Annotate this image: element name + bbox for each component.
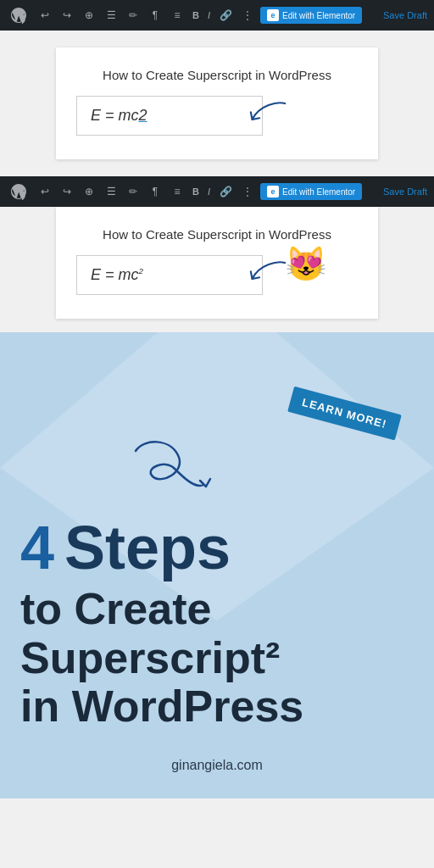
- heading-rest: to Create Superscript² in WordPress: [20, 585, 414, 731]
- paragraph-icon-2[interactable]: ¶: [146, 182, 164, 201]
- info-icon-2[interactable]: ⊕: [80, 182, 98, 201]
- save-draft-1[interactable]: Save Draft: [383, 10, 427, 20]
- elementor-logo-1: e: [267, 9, 279, 21]
- info-icon[interactable]: ⊕: [80, 6, 98, 25]
- heading-line-1: 4 Steps: [20, 517, 414, 578]
- wordpress-icon: [10, 7, 27, 24]
- bold-icon[interactable]: B: [190, 8, 202, 22]
- editor-card-2: How to Create Superscript in WordPress E…: [56, 207, 378, 319]
- redo-icon[interactable]: ↪: [58, 6, 76, 25]
- toolbar-icons-2: ↩ ↪ ⊕ ☰ ✏ ¶ ≡ B I 🔗 ⋮ e Edit with Elemen…: [36, 182, 378, 201]
- wp-logo-1[interactable]: [7, 3, 31, 27]
- hand-arrow-svg-1: [245, 97, 296, 131]
- heading-line-4: in WordPress: [20, 682, 414, 731]
- editor-area-1: How to Create Superscript in WordPress E…: [0, 31, 434, 159]
- swirl-svg: [119, 434, 220, 502]
- formula-box-2: E = mc2: [76, 255, 263, 295]
- swirl-arrow: [119, 434, 220, 505]
- editor-card-wrapper: How to Create Superscript in WordPress E…: [56, 207, 378, 319]
- arrow-annotation-1: [245, 97, 296, 135]
- align-icon[interactable]: ≡: [168, 6, 186, 25]
- promo-section: LEARN MORE! 4 Steps to Create Superscrip…: [0, 332, 434, 798]
- elementor-button-2[interactable]: e Edit with Elementor: [260, 183, 362, 200]
- undo-icon[interactable]: ↩: [36, 6, 54, 25]
- steps-label: Steps: [64, 517, 231, 578]
- paragraph-icon[interactable]: ¶: [146, 6, 164, 25]
- undo-icon-2[interactable]: ↩: [36, 182, 54, 201]
- list-icon-2[interactable]: ☰: [102, 182, 120, 201]
- main-promo-content: 4 Steps to Create Superscript² in WordPr…: [0, 497, 434, 798]
- link-icon[interactable]: 🔗: [216, 6, 235, 25]
- edit-icon-2[interactable]: ✏: [124, 182, 142, 201]
- admin-bar-2: ↩ ↪ ⊕ ☰ ✏ ¶ ≡ B I 🔗 ⋮ e Edit with Elemen…: [0, 176, 434, 207]
- elementor-button-1[interactable]: e Edit with Elementor: [260, 7, 362, 24]
- more-icon-2[interactable]: ⋮: [238, 182, 257, 201]
- link-icon-2[interactable]: 🔗: [216, 182, 235, 201]
- italic-icon-2[interactable]: I: [205, 185, 213, 198]
- editor-title-2: How to Create Superscript in WordPress: [76, 227, 358, 242]
- editor-title-1: How to Create Superscript in WordPress: [76, 68, 358, 82]
- admin-bar-1: ↩ ↪ ⊕ ☰ ✏ ¶ ≡ B I 🔗 ⋮ e Edit with Elemen…: [0, 0, 434, 31]
- align-icon-2[interactable]: ≡: [168, 182, 186, 201]
- formula-text-2: E = mc2: [91, 266, 143, 284]
- list-icon[interactable]: ☰: [102, 6, 120, 25]
- toolbar-icons-1: ↩ ↪ ⊕ ☰ ✏ ¶ ≡ B I 🔗 ⋮ e Edit with Elemen…: [36, 6, 378, 25]
- wp-logo-2[interactable]: [7, 180, 31, 203]
- editor-area-2: How to Create Superscript in WordPress E…: [0, 207, 434, 332]
- formula-box-1: E = mc2: [76, 96, 263, 136]
- wordpress-icon-2: [10, 183, 27, 200]
- redo-icon-2[interactable]: ↪: [58, 182, 76, 201]
- heading-line-3: Superscript²: [20, 634, 414, 682]
- heading-line-2: to Create: [20, 585, 414, 633]
- save-draft-2[interactable]: Save Draft: [383, 186, 427, 197]
- steps-number: 4: [20, 517, 54, 578]
- edit-icon[interactable]: ✏: [124, 6, 142, 25]
- section-divider-1: [0, 159, 434, 176]
- italic-icon[interactable]: I: [205, 8, 213, 22]
- more-icon[interactable]: ⋮: [238, 6, 257, 25]
- formula-text-1: E = mc2: [91, 107, 147, 125]
- editor-card-1: How to Create Superscript in WordPress E…: [56, 47, 378, 159]
- emoji-cat-face: 😻: [285, 244, 327, 284]
- elementor-logo-2: e: [267, 186, 279, 198]
- bold-icon-2[interactable]: B: [190, 185, 202, 198]
